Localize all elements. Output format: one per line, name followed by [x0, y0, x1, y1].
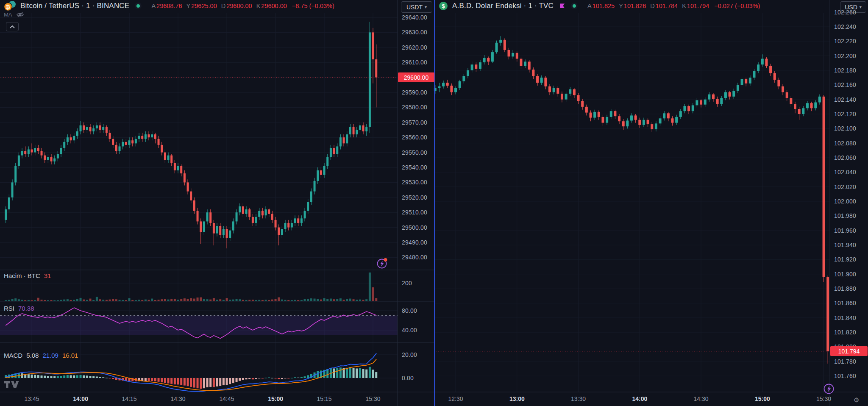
price-axis-label: 102.160: [834, 81, 856, 88]
flag-icon[interactable]: [559, 3, 565, 9]
left-chart-header: ₿ Bitcoin / TetherUS · 1 · BINANCE A2960…: [3, 0, 334, 12]
gear-icon[interactable]: ⚙: [854, 396, 859, 404]
price-axis-label: 102.220: [834, 38, 856, 44]
price-axis-label: 29530.00: [402, 179, 427, 186]
time-axis-label: 13:30: [571, 395, 586, 402]
rsi-label: RSI: [4, 305, 14, 312]
volume-bars: [5, 273, 377, 301]
macd-axis-label: 0.00: [402, 375, 414, 381]
rsi-value: 70.38: [18, 305, 34, 312]
price-axis-label: 29510.00: [402, 209, 427, 216]
price-axis-label: 102.060: [834, 154, 856, 161]
time-axis-label: 15:00: [268, 395, 283, 402]
change-value: −0.027 (−0.03%): [714, 3, 760, 9]
time-axis-label: 14:00: [73, 395, 88, 402]
macd-hist-value: 5.08: [26, 352, 39, 359]
time-axis-label: 14:30: [694, 395, 709, 402]
price-axis-label: 29560.00: [402, 134, 427, 141]
time-axis[interactable]: 13:4514:0014:1514:3014:4515:0015:1515:30…: [0, 392, 868, 406]
macd-axis-label: 20.00: [402, 351, 417, 358]
price-axis-label: 102.100: [834, 125, 856, 132]
left-instant-trading-button[interactable]: [376, 258, 388, 269]
ma-label[interactable]: MA: [4, 11, 12, 18]
price-axis-label: 101.840: [834, 314, 856, 321]
collapse-legend-button[interactable]: [6, 22, 19, 31]
right-last-price-badge: 101.794: [830, 346, 868, 356]
price-axis-label: 29570.00: [402, 119, 427, 126]
svg-text:₿: ₿: [6, 4, 10, 10]
time-axis-label: 14:45: [220, 395, 234, 402]
ohlc-values: A101.825 Y101.826 D101.784 K101.794 −0.0…: [587, 3, 760, 9]
price-axis-label: 29590.00: [402, 89, 427, 96]
volume-axis-label: 200: [402, 280, 412, 286]
time-axis-label: 13:00: [509, 395, 525, 402]
time-axis-label: 14:30: [171, 395, 186, 402]
price-axis-label: 29620.00: [402, 44, 427, 51]
macd-label: MACD: [4, 352, 22, 359]
price-axis-label: 101.940: [834, 242, 856, 248]
price-axis-label: 29640.00: [402, 14, 427, 21]
price-axis-label: 29610.00: [402, 59, 427, 66]
time-axis-label: 14:00: [632, 395, 647, 402]
candles-btcusdt: [5, 22, 377, 249]
price-axis-label: 29480.00: [402, 254, 427, 261]
volume-label: Hacim · BTC: [4, 272, 40, 279]
price-axis-label: 101.860: [834, 300, 856, 306]
price-axis-label: 29500.00: [402, 224, 427, 231]
symbol-title[interactable]: A.B.D. Dolar Endeksi · 1 · TVC: [452, 2, 554, 10]
price-axis-label: 29630.00: [402, 29, 427, 36]
tradingview-logo[interactable]: [4, 381, 19, 389]
macd-signal-value: 16.01: [62, 352, 78, 359]
left-price-axis[interactable]: 29640.0029630.0029620.0029610.0029600.00…: [398, 0, 435, 406]
price-axis-label: 102.180: [834, 67, 856, 74]
price-axis-label: 102.260: [834, 9, 856, 16]
price-axis-label: 101.760: [834, 373, 856, 379]
volume-value: 31: [44, 272, 51, 279]
btc-usdt-pair-icon: ₿: [3, 0, 17, 12]
rsi-pane-legend[interactable]: RSI 70.38: [4, 305, 34, 312]
right-instant-trading-button[interactable]: [823, 383, 835, 395]
lightning-icon: [823, 383, 835, 395]
price-axis-label: 102.040: [834, 169, 856, 175]
change-value: −8.75 (−0.03%): [292, 3, 334, 9]
market-status-icon[interactable]: [571, 3, 578, 9]
left-last-price-badge: 29600.00: [398, 72, 434, 82]
time-axis-label: 15:15: [317, 395, 332, 402]
time-axis-label: 12:30: [448, 395, 463, 402]
ma-indicator-row: MA: [4, 11, 24, 18]
price-axis-label: 29520.00: [402, 194, 427, 201]
usd-index-icon: $: [438, 1, 448, 11]
price-axis-label: 101.980: [834, 212, 856, 219]
eye-off-icon[interactable]: [16, 11, 24, 18]
price-axis-label: 29540.00: [402, 164, 427, 171]
price-axis-label: 101.920: [834, 256, 856, 263]
rsi-band: [0, 316, 398, 335]
svg-text:$: $: [442, 3, 445, 9]
price-axis-label: 29550.00: [402, 149, 427, 156]
price-axis-label: 29490.00: [402, 239, 427, 246]
price-axis-label: 102.240: [834, 23, 856, 30]
time-axis-label: 13:45: [25, 395, 39, 402]
price-axis-label: 102.020: [834, 184, 856, 190]
market-status-icon[interactable]: [135, 3, 142, 9]
price-axis-label: 101.880: [834, 285, 856, 292]
price-axis-label: 102.140: [834, 96, 856, 103]
price-axis-label: 101.960: [834, 227, 856, 234]
rsi-axis-label: 40.00: [402, 327, 417, 334]
rsi-axis-label: 80.00: [402, 307, 417, 314]
macd-pane-legend[interactable]: MACD 5.08 21.09 16.01: [4, 352, 78, 359]
time-axis-label: 15:30: [366, 395, 381, 402]
ohlc-values: A29608.76 Y29625.00 D29600.00 K29600.00 …: [151, 3, 334, 9]
macd-line-value: 21.09: [42, 352, 58, 359]
macd-histogram: [5, 367, 377, 389]
time-axis-label: 14:15: [122, 395, 137, 402]
trading-workspace: ₿ Bitcoin / TetherUS · 1 · BINANCE A2960…: [0, 0, 868, 406]
chevron-up-icon: [8, 24, 16, 29]
price-axis-label: 102.000: [834, 198, 856, 205]
symbol-title[interactable]: Bitcoin / TetherUS · 1 · BINANCE: [20, 2, 129, 10]
price-axis-label: 29580.00: [402, 104, 427, 111]
price-axis-label: 101.900: [834, 271, 856, 278]
volume-pane-legend[interactable]: Hacim · BTC 31: [4, 272, 51, 279]
price-axis-label: 102.120: [834, 111, 856, 117]
right-price-axis[interactable]: 102.260102.240102.220102.200102.180102.1…: [830, 0, 868, 406]
